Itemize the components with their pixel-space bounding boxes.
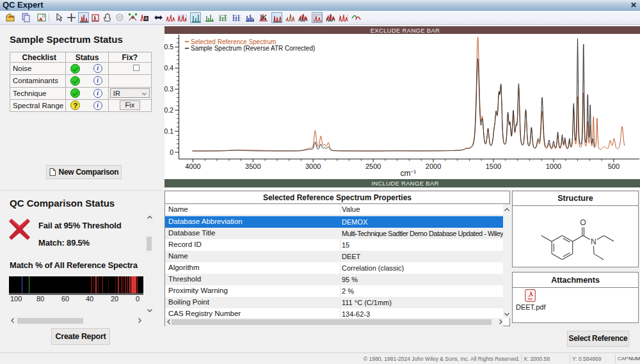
svg-text:1500: 1500 [486, 162, 501, 170]
svg-text:Selected Reference Spectrum: Selected Reference Spectrum [191, 38, 276, 45]
svg-text:3500: 3500 [245, 162, 260, 170]
svg-text:Sample Spectrum (Reverse ATR C: Sample Spectrum (Reverse ATR Corrected) [191, 45, 315, 52]
svg-text:0.2: 0.2 [164, 106, 173, 114]
svg-text:INCLUDE RANGE BAR: INCLUDE RANGE BAR [371, 180, 438, 187]
svg-text:0.4: 0.4 [164, 64, 173, 72]
svg-text:3000: 3000 [305, 162, 321, 170]
svg-text:EXCLUDE RANGE BAR: EXCLUDE RANGE BAR [371, 27, 440, 34]
svg-text:500: 500 [608, 162, 620, 170]
svg-text:O: O [580, 218, 586, 227]
svg-text:0.3: 0.3 [164, 85, 173, 93]
svg-text:2500: 2500 [365, 162, 381, 170]
svg-text:2000: 2000 [426, 162, 441, 170]
svg-text:0: 0 [170, 148, 173, 156]
svg-text:N: N [591, 237, 596, 246]
svg-text:0.1: 0.1 [164, 127, 173, 135]
svg-text:1000: 1000 [546, 162, 561, 170]
svg-text:4000: 4000 [185, 162, 200, 170]
svg-text:PDF: PDF [528, 298, 533, 301]
svg-text:0.5: 0.5 [164, 43, 173, 51]
